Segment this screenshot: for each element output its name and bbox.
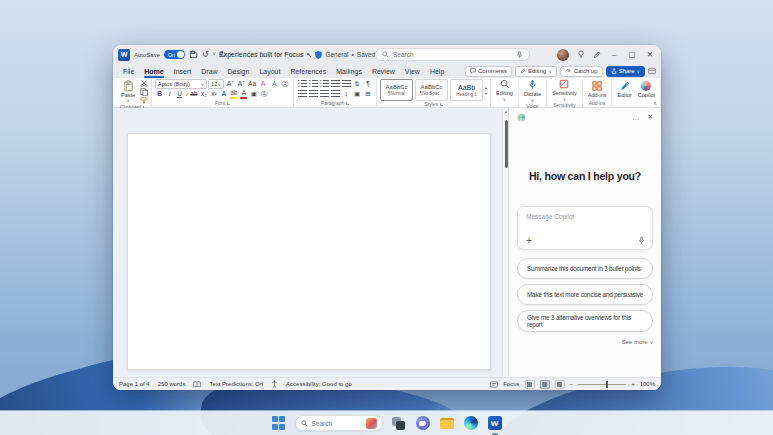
- show-formatting-marks-icon[interactable]: ¶: [363, 80, 373, 89]
- superscript-button[interactable]: x²: [209, 90, 218, 99]
- taskbar-search[interactable]: [295, 415, 383, 431]
- undo-button[interactable]: ↺: [202, 51, 209, 59]
- comments-button[interactable]: Comments: [465, 66, 512, 77]
- print-layout-button[interactable]: [540, 380, 550, 389]
- maximize-button[interactable]: ▢: [627, 50, 637, 59]
- align-center-icon[interactable]: [308, 90, 318, 99]
- format-painter-icon[interactable]: [140, 97, 148, 104]
- clear-formatting-icon[interactable]: A: [258, 80, 268, 89]
- subscript-button[interactable]: x₂: [199, 90, 208, 99]
- task-view-button[interactable]: [391, 415, 407, 431]
- zoom-out-icon[interactable]: −: [570, 381, 574, 387]
- editing-button[interactable]: Editing ∨: [494, 79, 515, 102]
- search-box[interactable]: [375, 48, 530, 61]
- copilot-input-card[interactable]: Message Copilot +: [517, 206, 653, 250]
- zoom-in-icon[interactable]: +: [631, 381, 635, 387]
- chat-app-icon[interactable]: [415, 415, 431, 431]
- paragraph-shading-icon[interactable]: ▣: [352, 90, 362, 99]
- start-button[interactable]: [271, 415, 287, 431]
- styles-scroll-up-icon[interactable]: ▴: [485, 85, 487, 90]
- copilot-button[interactable]: Copilot: [636, 81, 657, 98]
- shrink-font-icon[interactable]: Aˇ: [236, 80, 246, 89]
- dictate-button[interactable]: Dictate ∨: [522, 79, 543, 103]
- tab-review[interactable]: Review: [367, 67, 400, 76]
- sort-icon[interactable]: ⇅: [352, 80, 362, 89]
- word-icon[interactable]: W: [118, 49, 130, 61]
- minimize-button[interactable]: –: [609, 50, 619, 59]
- tab-view[interactable]: View: [400, 67, 425, 76]
- borders-icon[interactable]: ⊞: [363, 90, 373, 99]
- copilot-suggestion[interactable]: Summarize this document in 3 bullet poin…: [517, 258, 653, 279]
- tab-mailings[interactable]: Mailings: [331, 67, 367, 76]
- search-input[interactable]: [393, 51, 503, 58]
- see-more-link[interactable]: See more ∨: [622, 339, 653, 345]
- lightbulb-icon[interactable]: [577, 50, 585, 59]
- ribbon-options-icon[interactable]: [648, 67, 656, 75]
- tab-insert[interactable]: Insert: [169, 67, 197, 76]
- line-spacing-icon[interactable]: ↕: [341, 90, 351, 99]
- paragraph-dialog-launcher-icon[interactable]: [346, 102, 349, 105]
- zoom-level[interactable]: 100%: [640, 381, 655, 387]
- word-count[interactable]: 250 words: [158, 381, 186, 387]
- save-status[interactable]: Saved: [357, 51, 375, 58]
- increase-indent-icon[interactable]: [341, 80, 351, 89]
- decrease-indent-icon[interactable]: [330, 80, 340, 89]
- editor-button[interactable]: Editor: [615, 81, 633, 98]
- change-case-icon[interactable]: Aa: [247, 80, 257, 89]
- editing-mode-button[interactable]: Editing ∨: [515, 66, 557, 77]
- style-normal[interactable]: AaBbCc ¶Normal: [380, 79, 413, 101]
- tab-references[interactable]: References: [285, 67, 331, 76]
- text-predictions-status[interactable]: Text Predictions: On: [209, 381, 263, 387]
- character-border-icon[interactable]: Ⓐ: [259, 90, 268, 99]
- copilot-suggestion[interactable]: Make this text more concise and persuasi…: [517, 284, 653, 305]
- underline-button[interactable]: U: [175, 90, 184, 99]
- scrollbar-thumb[interactable]: [505, 120, 508, 168]
- underline-dropdown-icon[interactable]: ∨: [185, 92, 188, 97]
- tab-home[interactable]: Home: [139, 67, 168, 76]
- taskbar-search-input[interactable]: [312, 420, 360, 427]
- cut-icon[interactable]: [140, 80, 148, 87]
- read-mode-button[interactable]: [525, 380, 535, 389]
- word-taskbar-icon[interactable]: W: [487, 415, 503, 431]
- collapse-ribbon-icon[interactable]: ∧: [653, 100, 657, 106]
- proofing-icon[interactable]: [193, 381, 201, 388]
- justify-icon[interactable]: [330, 90, 340, 99]
- bullets-icon[interactable]: [297, 80, 307, 89]
- italic-button[interactable]: I: [165, 90, 174, 99]
- phonetic-guide-icon[interactable]: Á: [269, 80, 279, 89]
- zoom-slider[interactable]: [578, 384, 626, 385]
- tab-help[interactable]: Help: [425, 67, 449, 76]
- close-button[interactable]: ✕: [645, 50, 655, 59]
- copilot-more-icon[interactable]: …: [632, 114, 639, 121]
- vertical-scrollbar[interactable]: ▴: [502, 108, 508, 377]
- numbering-icon[interactable]: [308, 80, 318, 89]
- undo-dropdown-icon[interactable]: ˅: [213, 52, 216, 57]
- font-color-icon[interactable]: A: [239, 90, 248, 99]
- copy-icon[interactable]: [140, 88, 148, 96]
- font-size-combobox[interactable]: 12 ∨: [208, 79, 224, 89]
- focus-icon[interactable]: [490, 381, 498, 388]
- share-button[interactable]: Share ∨: [606, 66, 645, 77]
- web-layout-button[interactable]: [555, 380, 565, 389]
- multilevel-list-icon[interactable]: [319, 80, 329, 89]
- tab-design[interactable]: Design: [223, 67, 255, 76]
- style-heading1[interactable]: AaBb Heading 1: [450, 79, 483, 101]
- draft-pen-icon[interactable]: [593, 51, 601, 59]
- align-left-icon[interactable]: [297, 90, 307, 99]
- addins-button[interactable]: Add-ins: [586, 81, 609, 98]
- page-indicator[interactable]: Page 1 of 4: [119, 381, 150, 387]
- style-no-spacing[interactable]: AaBbCc ¶No Spac...: [415, 79, 448, 101]
- zoom-slider-thumb[interactable]: [606, 381, 608, 388]
- accessibility-icon[interactable]: [271, 380, 278, 388]
- paste-button[interactable]: Paste ∨: [118, 79, 138, 104]
- styles-dialog-launcher-icon[interactable]: [440, 103, 443, 106]
- sensitivity-label[interactable]: General: [325, 51, 348, 58]
- copilot-close-icon[interactable]: ✕: [647, 113, 653, 121]
- edge-browser-icon[interactable]: [463, 415, 479, 431]
- document-page[interactable]: [127, 133, 491, 370]
- bold-button[interactable]: B: [155, 90, 164, 99]
- styles-scroll-down-icon[interactable]: ▾: [485, 91, 487, 96]
- focus-label[interactable]: Focus: [503, 381, 519, 387]
- copilot-add-icon[interactable]: +: [526, 236, 532, 246]
- save-icon[interactable]: [189, 50, 198, 59]
